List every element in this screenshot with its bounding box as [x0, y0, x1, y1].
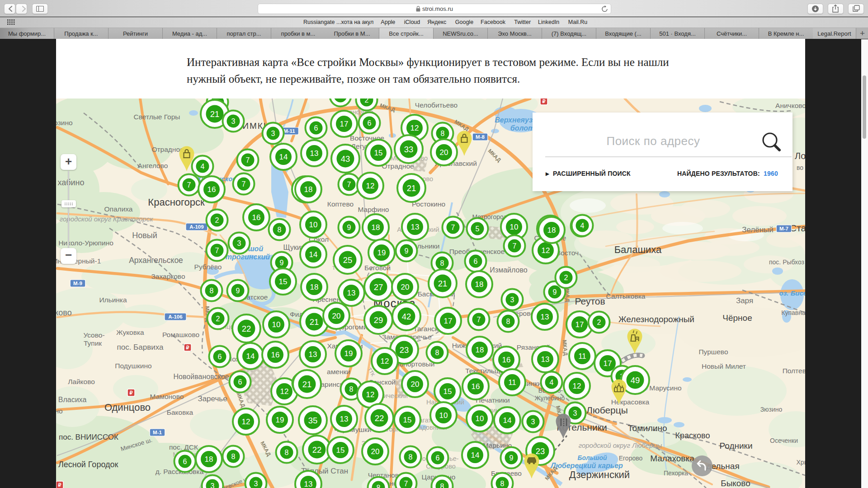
svg-text:8: 8: [440, 259, 444, 267]
svg-text:Усово-: Усово-: [83, 331, 104, 339]
svg-text:17: 17: [340, 120, 349, 128]
svg-text:Пуршево: Пуршево: [698, 348, 728, 356]
svg-text:ково: ково: [56, 308, 72, 317]
svg-text:14: 14: [471, 451, 480, 460]
svg-text:13: 13: [541, 355, 550, 364]
svg-text:Малаховка: Малаховка: [650, 454, 694, 463]
svg-text:₽: ₽: [186, 345, 189, 350]
svg-text:аменки: аменки: [327, 368, 350, 375]
svg-text:5: 5: [476, 225, 480, 233]
svg-text:6: 6: [238, 378, 242, 386]
svg-text:16: 16: [271, 351, 280, 359]
svg-text:14: 14: [246, 352, 255, 361]
svg-text:18: 18: [547, 226, 556, 235]
svg-text:Хри: Хри: [797, 459, 805, 466]
svg-text:13: 13: [310, 149, 319, 158]
svg-text:Люберцы: Люберцы: [586, 405, 628, 415]
svg-text:3: 3: [237, 239, 241, 247]
svg-text:25: 25: [343, 255, 353, 265]
svg-text:во: во: [797, 164, 803, 171]
svg-text:22: 22: [312, 445, 322, 455]
svg-text:14: 14: [309, 250, 318, 259]
svg-text:Дзержинский: Дзержинский: [569, 469, 630, 480]
svg-text:Ангелово: Ангелово: [138, 162, 168, 169]
svg-text:хабино: хабино: [57, 178, 84, 187]
svg-text:10: 10: [476, 414, 484, 423]
svg-text:27: 27: [374, 282, 383, 292]
svg-text:33: 33: [404, 145, 414, 154]
svg-text:7: 7: [187, 181, 191, 189]
svg-text:7: 7: [477, 316, 481, 324]
svg-text:Власиха: Власиха: [58, 396, 87, 404]
svg-text:Томилино: Томилино: [627, 423, 667, 433]
svg-text:8: 8: [285, 449, 289, 456]
svg-text:Захарково: Захарково: [151, 272, 185, 280]
svg-text:Красково: Красково: [675, 431, 710, 440]
svg-text:Старая: Старая: [790, 223, 805, 233]
svg-text:13: 13: [541, 313, 549, 321]
svg-text:8: 8: [506, 318, 510, 325]
svg-text:8: 8: [500, 480, 505, 488]
svg-text:Измайлово: Измайлово: [490, 266, 527, 274]
svg-text:3: 3: [231, 117, 236, 125]
svg-text:7: 7: [513, 242, 517, 250]
svg-text:4: 4: [550, 379, 554, 386]
svg-text:11: 11: [508, 378, 516, 387]
svg-text:Чёрное: Чёрное: [722, 313, 752, 323]
svg-text:43: 43: [341, 154, 350, 164]
svg-text:7: 7: [347, 181, 351, 188]
svg-text:49: 49: [631, 375, 640, 385]
svg-text:Салтыковка: Салтыковка: [606, 292, 646, 300]
svg-text:10: 10: [309, 221, 318, 229]
svg-text:4: 4: [580, 222, 585, 230]
svg-text:14: 14: [279, 153, 288, 161]
svg-text:20: 20: [371, 447, 380, 456]
svg-text:2: 2: [597, 319, 601, 326]
svg-text:12: 12: [542, 246, 550, 255]
svg-text:М-9: М-9: [73, 281, 82, 286]
svg-text:12: 12: [366, 390, 375, 399]
svg-text:18: 18: [372, 223, 380, 232]
svg-text:Зюзино: Зюзино: [760, 406, 783, 413]
svg-text:городской округ Красногорск: городской округ Красногорск: [60, 215, 153, 223]
svg-text:озино: озино: [56, 119, 73, 127]
svg-text:6: 6: [368, 119, 372, 127]
svg-text:6: 6: [474, 258, 478, 265]
svg-text:8: 8: [409, 453, 413, 461]
svg-text:Ромашково: Ромашково: [162, 331, 199, 338]
svg-text:21: 21: [407, 183, 416, 193]
svg-text:17: 17: [444, 317, 453, 325]
svg-text:Николо-Урюпино: Николо-Урюпино: [58, 239, 113, 247]
svg-text:12: 12: [381, 357, 389, 366]
svg-text:3: 3: [531, 418, 535, 426]
svg-text:22: 22: [375, 413, 384, 423]
svg-text:29: 29: [374, 315, 383, 325]
svg-text:20: 20: [332, 312, 341, 320]
svg-text:Люберецкий карьер: Люберецкий карьер: [550, 462, 623, 469]
svg-text:Большой: Большой: [577, 454, 607, 461]
svg-text:М-11: М-11: [283, 128, 295, 134]
svg-text:15: 15: [443, 387, 452, 396]
svg-text:3: 3: [254, 480, 258, 488]
svg-text:21: 21: [438, 279, 448, 288]
svg-text:Ильинка: Ильинка: [99, 296, 127, 304]
svg-text:₽: ₽: [542, 99, 546, 104]
svg-text:21: 21: [302, 380, 312, 389]
svg-text:2: 2: [564, 274, 568, 282]
svg-text:Зелёный: Зелёный: [742, 225, 774, 234]
svg-text:12: 12: [280, 387, 289, 396]
svg-text:Подушкино: Подушкино: [115, 362, 151, 370]
svg-text:Светлые Горы: Светлые Горы: [134, 113, 180, 121]
svg-text:но: но: [56, 407, 63, 415]
svg-text:8: 8: [435, 349, 439, 357]
svg-text:10: 10: [439, 411, 448, 420]
svg-text:8: 8: [440, 483, 444, 488]
svg-text:13: 13: [347, 289, 356, 297]
svg-text:Быково: Быково: [721, 479, 750, 488]
svg-text:19: 19: [276, 416, 284, 424]
svg-text:12: 12: [410, 124, 419, 132]
svg-text:13: 13: [309, 350, 317, 359]
svg-text:Коптево: Коптево: [327, 200, 354, 208]
svg-text:Купавна: Купавна: [781, 309, 805, 316]
svg-text:12: 12: [242, 418, 250, 426]
